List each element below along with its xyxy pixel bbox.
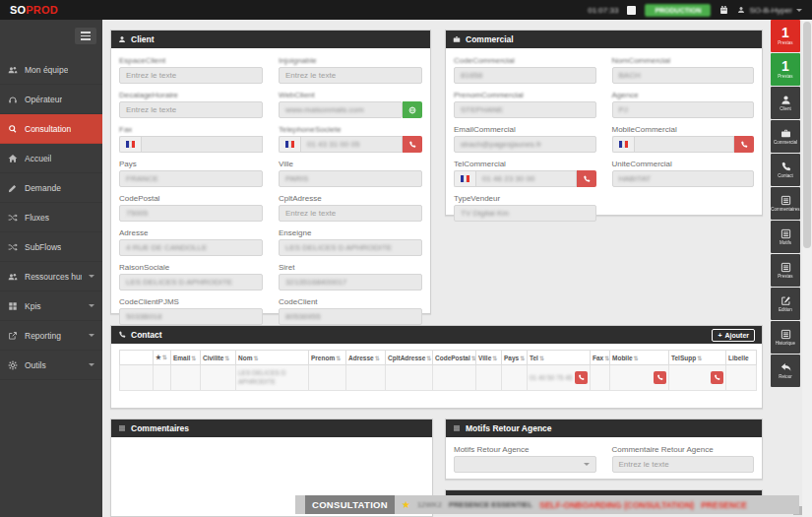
rail-shortcut-commercial[interactable]: Commercial	[771, 120, 800, 153]
contact-col-cpltadresse[interactable]: CpltAdresse⇅	[386, 351, 433, 365]
footer-item-presence[interactable]: PRESENCE ESSENTIEL	[449, 500, 532, 509]
call-button[interactable]	[711, 371, 723, 384]
enseigne-input[interactable]: LES DELICES D APHRODITE	[279, 239, 422, 256]
ville-input[interactable]: PARIS	[279, 170, 422, 187]
telephonesociete-input[interactable]: 01 43 31 00 05	[300, 136, 403, 153]
sidebar-item-demande[interactable]: Demande	[0, 173, 102, 203]
contact-col-prenom[interactable]: Prenom⇅	[309, 351, 346, 365]
webclient-input[interactable]: www.maisonmats.com	[279, 101, 403, 118]
codepostal-input[interactable]: 75005	[119, 205, 263, 222]
rail-shortcut-edition[interactable]: Edition	[771, 288, 800, 320]
field-cpltadresse: CpltAdresseEntrez le texte	[279, 194, 422, 222]
motifs-retour-agence-select[interactable]	[454, 456, 596, 473]
emailcommercial-input[interactable]: sbach@pagesjaunes.fr	[454, 136, 596, 153]
contact-cell-select	[120, 365, 154, 391]
codecommercial-input[interactable]: 81658	[454, 67, 596, 84]
mobilecommercial-input[interactable]	[634, 136, 735, 153]
raisonsociale-input[interactable]: LES DELICES D APHRODITE	[119, 274, 263, 291]
contact-col-ville[interactable]: Ville⇅	[476, 351, 502, 365]
rail-shortcut-contact[interactable]: Contact	[771, 154, 800, 186]
injoignable-input[interactable]: Entrez le texte	[279, 67, 422, 84]
rail-shortcut-historique[interactable]: Historique	[771, 321, 800, 354]
rail-shortcut-client[interactable]: Client	[771, 87, 800, 119]
contact-col-email[interactable]: Email⇅	[171, 351, 201, 365]
user-menu[interactable]: SO-B-Hyper	[737, 6, 802, 15]
contact-col-select	[120, 351, 154, 365]
contact-col-pays[interactable]: Pays⇅	[502, 351, 528, 365]
prenomcommercial-input[interactable]: STEPHANE	[454, 101, 596, 118]
sidebar-item-operateur[interactable]: Opérateur	[0, 85, 102, 114]
stop-icon[interactable]	[627, 6, 636, 15]
sort-icon: ⇅	[697, 355, 702, 361]
siret-input[interactable]: 32135168400017	[279, 274, 422, 291]
contact-col-tel[interactable]: Tel⇅	[528, 351, 591, 365]
footer-status-bar: CONSULTATION ★ 12WK2 PRESENCE ESSENTIEL …	[295, 495, 799, 514]
open-website-button[interactable]	[403, 101, 422, 118]
sidebar-item-reporting[interactable]: Reporting	[0, 321, 102, 351]
rail-shortcut-prestas[interactable]: 1Prestas	[771, 53, 800, 86]
call-button[interactable]	[577, 170, 596, 187]
contact-col-libelle[interactable]: Libelle	[726, 351, 757, 365]
commentaire-retour-agence-input[interactable]: Entrez le texte	[612, 456, 755, 473]
agence-input[interactable]: PJ	[612, 101, 755, 118]
telcommercial-input[interactable]: 01 46 23 30 00	[475, 170, 577, 187]
sidebar-item-accueil[interactable]: Accueil	[0, 144, 102, 173]
decalagehoraire-input[interactable]: Entrez le texte	[119, 101, 263, 118]
sidebar-item-consultation[interactable]: Consultation	[0, 114, 102, 144]
sidebar-item-subflows[interactable]: SubFlows	[0, 232, 102, 262]
contact-col-fax[interactable]: Fax⇅	[591, 351, 610, 365]
environment-button[interactable]: PRODUCTION	[645, 4, 711, 17]
contact-col-telsupp[interactable]: TelSupp⇅	[669, 351, 726, 365]
sidebar-item-ressources-humaines[interactable]: Ressources humaines	[0, 262, 102, 291]
call-button[interactable]	[654, 371, 666, 384]
fax-input[interactable]	[141, 136, 263, 153]
call-button[interactable]	[734, 136, 754, 153]
home-icon	[8, 154, 18, 163]
espaceclient-input[interactable]: Entrez le texte	[119, 67, 263, 84]
sidebar-item-label: Opérateur	[25, 95, 62, 104]
rail-shortcut-prestas[interactable]: 1Prestas	[771, 20, 800, 52]
sidebar-item-mon-equipe[interactable]: Mon équipe	[0, 55, 102, 85]
rail-shortcut-commentaires[interactable]: Commentaires	[771, 187, 800, 220]
codeclientpjms-input[interactable]: 5033B018	[119, 308, 263, 325]
field-label: CodeClientPJMS	[119, 297, 263, 306]
call-button[interactable]	[403, 136, 422, 153]
rail-shortcut-retour[interactable]: Retour	[771, 355, 800, 387]
edit-icon	[781, 295, 791, 306]
rail-shortcut-motifs[interactable]: Motifs	[771, 221, 800, 253]
star-icon[interactable]: ★	[402, 499, 410, 510]
add-contact-button[interactable]: +Ajouter	[712, 329, 755, 342]
vertical-scrollbar[interactable]	[802, 20, 812, 517]
sidebar-item-outils[interactable]: Outils	[0, 351, 102, 380]
field-label: CodePostal	[119, 194, 263, 203]
unitecommercial-input[interactable]: HABITAT	[612, 170, 755, 187]
sidebar-item-kpis[interactable]: Kpis	[0, 291, 102, 321]
adresse-input[interactable]: 4 RUE DE CANDOLLE	[119, 239, 263, 256]
codeclient-input[interactable]: 80536955	[279, 308, 422, 325]
footer-item-presence-2[interactable]: PRESENCE	[701, 500, 747, 510]
contact-col-mobile[interactable]: Mobile⇅	[610, 351, 669, 365]
scrollbar-thumb[interactable]	[803, 22, 811, 248]
field-decalagehoraire: DecalageHoraireEntrez le texte	[119, 91, 263, 118]
contact-col-adresse[interactable]: Adresse⇅	[346, 351, 386, 365]
sidebar-toggle-button[interactable]	[75, 28, 96, 44]
call-button[interactable]	[575, 371, 588, 384]
contact-col-civilite[interactable]: Civilite⇅	[201, 351, 236, 365]
contact-col-codepostal[interactable]: CodePostal⇅	[433, 351, 476, 365]
typevendeur-input[interactable]: TV Digital Km	[454, 205, 596, 222]
field-label: Fax	[119, 125, 263, 134]
user-icon	[737, 6, 745, 15]
nomcommercial-input[interactable]: BACH	[612, 67, 755, 84]
field-agence: AgencePJ	[612, 91, 755, 118]
cpltadresse-input[interactable]: Entrez le texte	[279, 205, 422, 222]
field-label: DecalageHoraire	[119, 91, 263, 99]
app-logo[interactable]: SOPROD	[10, 4, 58, 16]
pays-input[interactable]: FRANCE	[119, 170, 263, 187]
contact-col-[interactable]: ★⇅	[154, 351, 171, 365]
calendar-icon[interactable]	[719, 6, 728, 15]
rail-shortcut-prestas[interactable]: Prestas	[771, 254, 800, 287]
footer-item-self-onboarding[interactable]: SELF-ONBOARDING (CONSULTATION)	[539, 500, 694, 510]
contact-col-nom[interactable]: Nom⇅	[236, 351, 309, 365]
sidebar-item-fluxes[interactable]: Fluxes	[0, 203, 102, 232]
table-row[interactable]: LES DELICES D APHRODITE01 40 50 75 45	[120, 365, 757, 391]
